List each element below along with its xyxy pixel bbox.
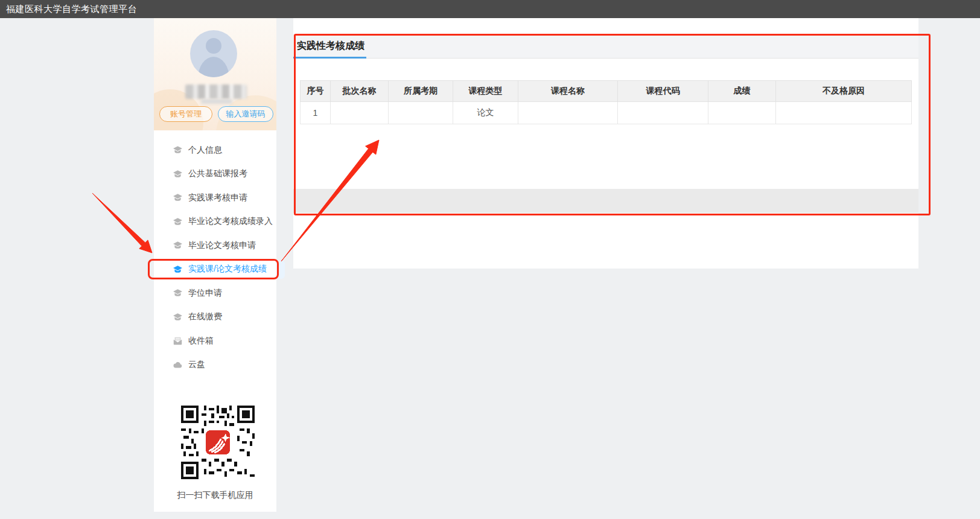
sidebar-item-label: 学位申请 — [188, 288, 222, 299]
avatar-head — [206, 38, 221, 54]
sidebar-item-label: 在线缴费 — [188, 311, 222, 322]
cell-course-name — [518, 102, 618, 124]
table-footer-bar — [293, 189, 918, 213]
sidebar-item-label: 收件箱 — [188, 336, 214, 346]
cell-course-code — [618, 102, 708, 124]
avatar — [190, 30, 237, 77]
sidebar-item-label: 实践课/论文考核成绩 — [188, 264, 267, 275]
graduation-cap-icon — [173, 312, 183, 322]
username-redacted — [185, 84, 247, 99]
col-header-score: 成绩 — [708, 81, 776, 102]
graduation-cap-icon — [173, 169, 183, 179]
sidebar-item-label: 云盘 — [188, 359, 205, 370]
cell-score — [708, 102, 776, 124]
graduation-cap-icon — [173, 288, 183, 298]
qr-code — [181, 406, 255, 479]
graduation-cap-icon — [173, 145, 183, 155]
sidebar-item-online-payment[interactable]: 在线缴费 — [154, 305, 276, 330]
sidebar-item-personal-info[interactable]: 个人信息 — [154, 138, 276, 162]
col-header-seq: 序号 — [301, 81, 331, 102]
page: 福建医科大学自学考试管理平台 账号管理 输入邀请码 个人信息 公共基础课报考 — [0, 0, 980, 519]
top-bar: 福建医科大学自学考试管理平台 — [0, 0, 980, 18]
col-header-course-code: 课程代码 — [618, 81, 708, 102]
sidebar-item-degree-apply[interactable]: 学位申请 — [154, 281, 276, 305]
table-header-row: 序号 批次名称 所属考期 课程类型 课程名称 课程代码 成绩 不及格原因 — [301, 81, 912, 102]
graduation-cap-icon — [173, 240, 183, 250]
col-header-fail-reason: 不及格原因 — [776, 81, 912, 102]
sidebar-item-thesis-score-entry[interactable]: 毕业论文考核成绩录入 — [154, 210, 276, 234]
sidebar: 账号管理 输入邀请码 个人信息 公共基础课报考 实践课考核申请 毕业论文考核成绩… — [154, 18, 276, 512]
active-tab-underline — [293, 57, 366, 59]
sidebar-item-practice-thesis-scores[interactable]: 实践课/论文考核成绩 — [154, 258, 276, 282]
qr-center-logo — [206, 430, 230, 454]
graduation-cap-icon — [173, 193, 183, 203]
main-panel: 实践性考核成绩 序号 批次名称 所属考期 课程类型 课程名称 课程代码 成绩 不… — [293, 18, 918, 269]
sidebar-item-label: 实践课考核申请 — [188, 193, 247, 203]
sidebar-item-public-course-register[interactable]: 公共基础课报考 — [154, 162, 276, 186]
cloud-icon — [173, 360, 183, 370]
sidebar-menu: 个人信息 公共基础课报考 实践课考核申请 毕业论文考核成绩录入 毕业论文考核申请… — [154, 138, 276, 377]
cell-batch-name — [331, 102, 389, 124]
col-header-course-type: 课程类型 — [453, 81, 518, 102]
avatar-shoulders — [198, 57, 229, 77]
col-header-exam-period: 所属考期 — [389, 81, 453, 102]
cell-exam-period — [389, 102, 453, 124]
sidebar-item-label: 个人信息 — [188, 145, 222, 156]
graduation-cap-icon — [173, 264, 183, 275]
sidebar-item-label: 毕业论文考核申请 — [188, 240, 256, 251]
graduation-cap-icon — [173, 217, 183, 227]
col-header-batch-name: 批次名称 — [331, 81, 389, 102]
scores-table: 序号 批次名称 所属考期 课程类型 课程名称 课程代码 成绩 不及格原因 1 论… — [300, 80, 912, 124]
profile-section: 账号管理 输入邀请码 — [154, 18, 276, 130]
tab-strip: 实践性考核成绩 — [293, 34, 918, 59]
inbox-icon — [173, 336, 183, 346]
annotation-arrow-to-menu — [92, 193, 152, 253]
sidebar-item-practice-exam-apply[interactable]: 实践课考核申请 — [154, 186, 276, 210]
account-manage-button[interactable]: 账号管理 — [159, 106, 212, 122]
cell-fail-reason — [776, 102, 912, 124]
username-redacted-line2 — [201, 99, 232, 104]
qr-caption: 扫一扫下载手机应用 — [154, 490, 276, 501]
sidebar-item-inbox[interactable]: 收件箱 — [154, 329, 276, 353]
col-header-course-name: 课程名称 — [518, 81, 618, 102]
sidebar-item-label: 公共基础课报考 — [188, 168, 247, 179]
invite-code-button[interactable]: 输入邀请码 — [218, 106, 273, 122]
sidebar-item-thesis-exam-apply[interactable]: 毕业论文考核申请 — [154, 234, 276, 258]
sidebar-item-cloud-drive[interactable]: 云盘 — [154, 353, 276, 377]
tab-practice-assessment-scores[interactable]: 实践性考核成绩 — [294, 34, 373, 59]
sidebar-item-label: 毕业论文考核成绩录入 — [188, 216, 273, 227]
cell-course-type: 论文 — [453, 102, 518, 124]
app-title: 福建医科大学自学考试管理平台 — [6, 0, 137, 18]
table-row: 1 论文 — [301, 102, 912, 124]
cell-seq: 1 — [301, 102, 331, 124]
